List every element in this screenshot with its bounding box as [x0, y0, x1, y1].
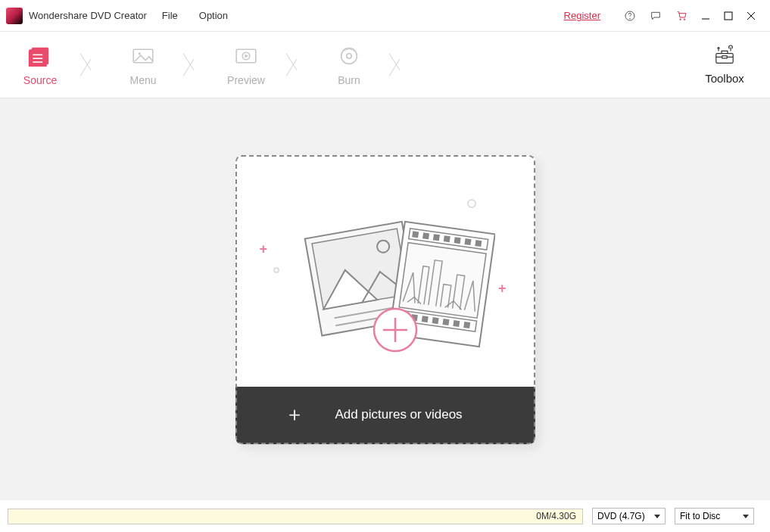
dropzone-illustration: + + [235, 155, 535, 387]
svg-rect-33 [443, 235, 450, 242]
steps-nav: Source Menu Preview Burn Toolbox [0, 32, 770, 98]
close-button[interactable] [744, 9, 758, 23]
register-link[interactable]: Register [564, 10, 600, 21]
menu-file[interactable]: File [162, 10, 178, 21]
fit-mode-select[interactable]: Fit to Disc [675, 508, 754, 524]
plus-icon: ＋ [285, 401, 304, 428]
step-arrow [286, 32, 309, 98]
svg-point-1 [630, 18, 631, 19]
toolbox-label: Toolbox [705, 72, 744, 85]
dropzone[interactable]: + + [235, 155, 535, 444]
svg-rect-44 [453, 320, 460, 327]
menu-icon [131, 44, 155, 68]
disc-type-select[interactable]: DVD (4.7G) [592, 508, 666, 524]
decor-circle-icon [467, 199, 476, 208]
step-burn[interactable]: Burn [309, 32, 389, 98]
step-label: Preview [227, 74, 265, 86]
svg-rect-32 [432, 234, 439, 241]
burn-icon [337, 44, 361, 68]
disc-type-value: DVD (4.7G) [597, 511, 645, 521]
app-logo [6, 8, 23, 24]
media-illustration [276, 185, 495, 359]
capacity-text: 0M/4.30G [536, 511, 576, 521]
step-label: Burn [338, 74, 360, 86]
menu-option[interactable]: Option [199, 10, 228, 21]
step-menu[interactable]: Menu [103, 32, 183, 98]
source-icon [28, 44, 52, 68]
maximize-button[interactable] [722, 9, 735, 23]
step-arrow [80, 32, 103, 98]
cart-icon[interactable] [675, 9, 688, 23]
step-label: Menu [129, 74, 156, 86]
svg-rect-43 [442, 319, 449, 325]
svg-point-15 [139, 52, 141, 54]
decor-plus-icon: + [498, 281, 507, 297]
main-area: + + [0, 98, 770, 500]
svg-rect-5 [725, 12, 732, 20]
help-icon[interactable] [623, 9, 637, 23]
decor-circle-icon [273, 267, 279, 273]
step-source[interactable]: Source [0, 32, 80, 98]
fit-mode-value: Fit to Disc [680, 511, 720, 521]
minimize-button[interactable] [699, 9, 712, 23]
svg-rect-36 [475, 240, 482, 247]
step-arrow [389, 32, 412, 98]
svg-point-2 [680, 18, 681, 20]
svg-rect-34 [454, 237, 460, 244]
svg-rect-37 [399, 242, 486, 318]
add-media-button[interactable]: ＋ Add pictures or videos [235, 387, 535, 444]
titlebar: Wondershare DVD Creator File Option Regi… [0, 0, 770, 32]
step-arrow [183, 32, 206, 98]
toolbox-icon [712, 45, 737, 66]
svg-point-3 [684, 18, 685, 20]
feedback-icon[interactable] [649, 9, 662, 23]
svg-rect-35 [464, 238, 471, 245]
svg-rect-41 [421, 316, 428, 322]
add-media-label: Add pictures or videos [335, 407, 462, 422]
svg-rect-22 [722, 56, 727, 58]
decor-plus-icon: + [260, 241, 268, 257]
step-label: Source [23, 74, 57, 86]
capacity-bar: 0M/4.30G [8, 509, 583, 524]
svg-point-18 [341, 48, 357, 64]
bottom-bar: 0M/4.30G DVD (4.7G) Fit to Disc [0, 500, 770, 532]
app-title: Wondershare DVD Creator [29, 10, 147, 21]
step-preview[interactable]: Preview [206, 32, 286, 98]
svg-point-19 [347, 53, 351, 58]
toolbox-button[interactable]: Toolbox [679, 32, 770, 98]
svg-rect-30 [412, 231, 419, 238]
svg-rect-42 [432, 317, 438, 324]
svg-rect-31 [422, 232, 429, 239]
svg-rect-14 [133, 49, 153, 63]
preview-icon [234, 44, 258, 68]
svg-rect-45 [463, 321, 470, 328]
